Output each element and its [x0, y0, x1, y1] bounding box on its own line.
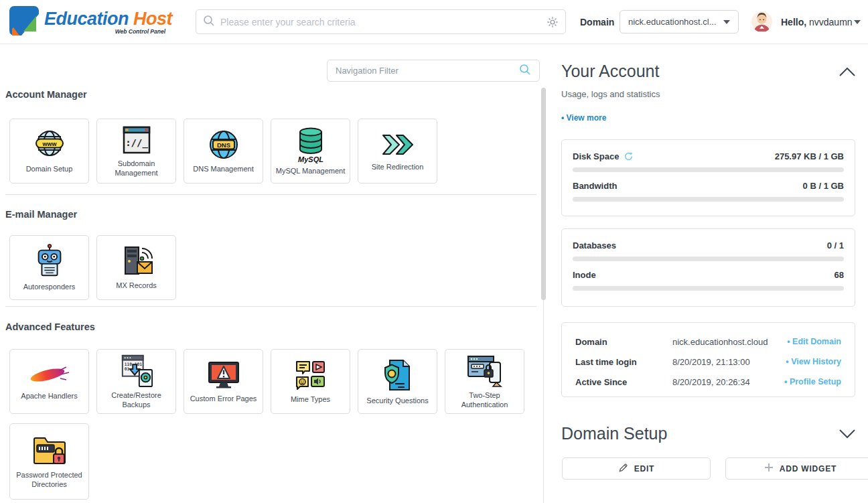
progress-bar	[573, 197, 844, 202]
scrollbar-thumb[interactable]	[541, 88, 546, 300]
search-icon	[519, 64, 531, 78]
feature-card-label: Subdomain Management	[97, 159, 175, 178]
usage-row-inode: Inode 68	[573, 270, 844, 291]
chevron-down-icon[interactable]	[839, 429, 856, 442]
view-history-link[interactable]: • View History	[786, 357, 841, 366]
feature-card-security-questions[interactable]: Security Questions	[358, 349, 437, 414]
feature-card-two-step-authentication[interactable]: Two-Step Authentication	[445, 349, 524, 414]
profile-setup-link[interactable]: • Profile Setup	[784, 377, 841, 386]
info-value: 8/20/2019, 20:26:34	[672, 377, 750, 387]
domain-select-value: nick.educationhost.cl...	[628, 17, 717, 27]
mysql-database-icon: MySQL	[295, 126, 327, 163]
shield-document-icon	[382, 357, 414, 393]
chevron-up-icon[interactable]	[839, 66, 856, 80]
feature-card-label: Custom Error Pages	[188, 394, 259, 404]
usage-row-databases: Databases 0 / 1	[573, 240, 844, 261]
feature-card-label: MX Records	[114, 281, 159, 291]
feature-card-site-redirection[interactable]: Site Redirection	[358, 119, 437, 184]
user-greeting[interactable]: Hello, nvvdaumn	[781, 17, 853, 27]
globe-dns-icon: DNS	[207, 128, 240, 161]
progress-bar	[573, 286, 844, 291]
search-input[interactable]	[220, 17, 547, 27]
browser-url-icon: ://_	[121, 124, 153, 156]
logo-subtitle: Web Control Panel	[44, 29, 172, 35]
header: Education Host Web Control Panel Domain …	[0, 0, 868, 44]
your-account-subtitle: Usage, logs and statistics	[561, 89, 660, 99]
feature-card-label: Security Questions	[364, 397, 430, 406]
svg-text:://_: ://_	[125, 137, 148, 149]
account-info-card: Domain nick.educationhost.cloud • Edit D…	[561, 322, 855, 397]
feature-card-create-restore-backups[interactable]: 110 101 01 Create/Restore Backups	[96, 349, 176, 414]
feature-card-label: Create/Restore Backups	[97, 391, 175, 410]
search-icon	[203, 15, 215, 29]
navigation-filter-input[interactable]	[336, 66, 519, 76]
feature-card-dns-management[interactable]: DNS DNS Management	[184, 119, 263, 184]
info-row-active-since: Active Since 8/20/2019, 20:26:34 • Profi…	[575, 372, 841, 392]
folder-lock-icon	[31, 434, 68, 468]
apache-feather-icon	[27, 362, 72, 388]
info-label: Active Since	[575, 377, 672, 387]
feature-card-label: Site Redirection	[370, 163, 426, 172]
logo[interactable]: Education Host Web Control Panel	[9, 6, 172, 38]
usage-label: Inode	[573, 270, 596, 280]
usage-label: Bandwidth	[573, 181, 617, 191]
domain-select[interactable]: nick.educationhost.cl...	[620, 10, 739, 33]
progress-bar	[573, 167, 844, 172]
error-monitor-icon	[206, 359, 242, 391]
feature-card-label: Two-Step Authentication	[445, 391, 524, 410]
info-value: nick.educationhost.cloud	[672, 337, 768, 347]
email-manager-cards: Autoresponders MX Records	[9, 235, 176, 300]
refresh-icon[interactable]	[624, 152, 633, 161]
feature-card-domain-setup[interactable]: www Domain Setup	[9, 119, 89, 184]
view-more-link[interactable]: • View more	[561, 113, 606, 123]
usage-value: 68	[835, 270, 844, 280]
feature-card-subdomain-management[interactable]: ://_ Subdomain Management	[96, 119, 176, 184]
usage-value: 275.97 KB / 1 GB	[775, 151, 844, 161]
domain-setup-title: Domain Setup	[561, 424, 667, 443]
section-divider	[5, 306, 536, 307]
feature-card-label: Domain Setup	[24, 165, 75, 174]
progress-bar	[573, 257, 844, 261]
feature-card-mime-types[interactable]: Mime Types	[271, 349, 350, 414]
account-manager-cards: www Domain Setup ://_ Subdomain Manageme…	[9, 119, 437, 184]
add-widget-button[interactable]: ADD WIDGET	[725, 457, 868, 480]
navigation-filter	[327, 60, 540, 82]
feature-card-autoresponders[interactable]: Autoresponders	[9, 235, 89, 300]
usage-row-bandwidth: Bandwidth 0 B / 1 GB	[573, 181, 844, 202]
header-search	[196, 9, 566, 34]
media-tiles-icon	[293, 358, 328, 392]
your-account-title: Your Account	[561, 62, 659, 81]
info-label: Last time login	[575, 357, 672, 367]
feature-card-apache-handlers[interactable]: Apache Handlers	[9, 349, 89, 414]
advanced-features-cards-row2: Password Protected Directories	[9, 423, 89, 500]
usage-value: 0 / 1	[827, 240, 844, 250]
education-host-logo-icon	[9, 6, 39, 38]
feature-card-label: Password Protected Directories	[10, 471, 88, 490]
usage-label: Databases	[573, 240, 616, 250]
edit-domain-link[interactable]: • Edit Domain	[787, 337, 841, 346]
edit-button-label: EDIT	[634, 464, 655, 474]
feature-card-mx-records[interactable]: MX Records	[96, 235, 176, 300]
section-title-account-manager: Account Manager	[5, 89, 87, 100]
edit-button[interactable]: EDIT	[562, 457, 711, 480]
feature-card-custom-error-pages[interactable]: Custom Error Pages	[184, 349, 263, 414]
section-title-advanced-features: Advanced Features	[5, 321, 95, 332]
feature-card-mysql-management[interactable]: MySQL MySQL Management	[271, 119, 350, 184]
globe-www-icon: www	[33, 128, 66, 161]
info-row-last-login: Last time login 8/20/2019, 21:13:00 • Vi…	[575, 352, 841, 372]
feature-card-password-protected-directories[interactable]: Password Protected Directories	[9, 423, 89, 500]
gear-icon[interactable]	[547, 16, 559, 28]
plus-icon	[764, 463, 774, 474]
usage-label: Disk Space	[573, 151, 619, 161]
pencil-icon	[618, 463, 628, 475]
user-avatar[interactable]	[751, 11, 772, 32]
section-divider	[5, 194, 536, 195]
feature-card-label: MySQL Management	[274, 167, 348, 176]
domain-label: Domain	[580, 17, 614, 27]
usage-row-disk-space: Disk Space 275.97 KB / 1 GB	[573, 151, 844, 172]
user-menu-chevron-icon[interactable]	[854, 20, 861, 24]
backup-drive-icon: 110 101 01	[118, 353, 155, 388]
double-chevron-icon	[379, 130, 417, 159]
section-title-email-manager: E-mail Manager	[5, 209, 77, 220]
chevron-down-icon	[723, 20, 730, 24]
